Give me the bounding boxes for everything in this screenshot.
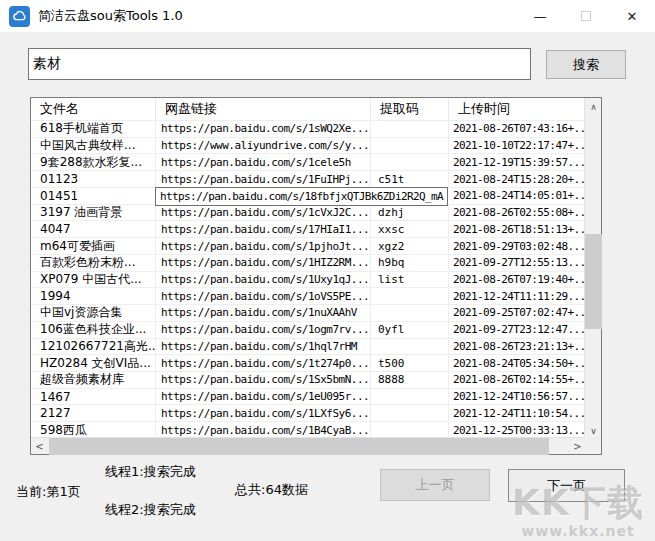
total-count-label: 总共:64数据 (235, 481, 308, 499)
table-row[interactable]: 106蓝色科技企业... https://pan.baidu.com/s/1og… (31, 322, 584, 339)
table-row[interactable]: 618手机端首页 https://pan.baidu.com/s/1sWQ2Xe… (31, 121, 584, 138)
vertical-scrollbar[interactable]: ∧ ∨ (584, 98, 601, 439)
watermark-url: www.kkx.net (503, 523, 653, 539)
horizontal-scroll-thumb[interactable] (49, 438, 549, 455)
cell-filename: 中国风古典纹样... (31, 138, 156, 154)
scroll-up-icon[interactable]: ∧ (585, 98, 602, 115)
table-header: 文件名 网盘链接 提取码 上传时间 (31, 98, 601, 121)
cell-filename: 9套288款水彩复... (31, 154, 156, 170)
cell-filename: 618手机端首页 (31, 121, 156, 137)
cell-filename: 1994 (31, 288, 156, 304)
thread2-status-label: 线程2:搜索完成 (105, 501, 196, 519)
app-window: 简洁云盘sou索Tools 1.0 — ✕ 搜索 文件名 网盘链接 提取码 上传… (0, 0, 655, 541)
cell-code (371, 422, 449, 438)
cell-link: https://pan.baidu.com/s/1eU095r... (156, 389, 371, 405)
table-row[interactable]: 4047 https://pan.baidu.com/s/17HIaI1... … (31, 221, 584, 238)
cell-link: https://pan.baidu.com/s/1cele5h (156, 154, 371, 170)
window-controls: — ✕ (517, 0, 655, 32)
table-row[interactable]: 1994 https://pan.baidu.com/s/1oVS5PE... … (31, 288, 584, 305)
table-row[interactable]: 百款彩色粉末粉... https://pan.baidu.com/s/1HIZ2… (31, 255, 584, 272)
table-row[interactable]: 中国vj资源合集 https://pan.baidu.com/s/1nuXAAh… (31, 305, 584, 322)
app-cloud-icon (9, 6, 30, 27)
cell-code (371, 138, 449, 154)
search-input[interactable] (28, 48, 531, 80)
cell-time: 2021-08-24T15:28:20+... (449, 171, 584, 187)
cell-code (371, 288, 449, 304)
cell-code (371, 121, 449, 137)
cell-time: 2021-08-26T07:19:40+... (449, 272, 584, 288)
table-row[interactable]: 12102667721高光... https://pan.baidu.com/s… (31, 339, 584, 356)
cell-time: 2021-08-26T02:55:08+... (449, 205, 584, 221)
column-header-link[interactable]: 网盘链接 (156, 98, 371, 120)
search-button[interactable]: 搜索 (546, 50, 626, 79)
close-button[interactable]: ✕ (609, 0, 655, 32)
column-header-code[interactable]: 提取码 (371, 98, 449, 120)
cell-link: https://pan.baidu.com/s/1B4CyaB... (156, 422, 371, 438)
cell-link: https://pan.baidu.com/s/1Sx5bmN... (156, 372, 371, 388)
scroll-left-icon[interactable]: < (31, 438, 48, 455)
maximize-icon (581, 11, 591, 21)
table-row[interactable]: 01123 https://pan.baidu.com/s/1FuIHPj...… (31, 171, 584, 188)
cell-code: 0yfl (371, 322, 449, 338)
cell-link: https://pan.baidu.com/s/1LXfSy6... (156, 405, 371, 421)
cell-link: https://pan.baidu.com/s/1oVS5PE... (156, 288, 371, 304)
cell-filename: HZ0284 文创VI品... (31, 355, 156, 371)
table-row[interactable]: 3197 油画背景 https://pan.baidu.com/s/1cVxJ2… (31, 205, 584, 222)
cell-time: 2021-08-26T07:43:16+... (449, 121, 584, 137)
cell-filename: 超级音频素材库 (31, 372, 156, 388)
titlebar: 简洁云盘sou索Tools 1.0 — ✕ (0, 0, 655, 32)
table-row[interactable]: 中国风古典纹样... https://www.aliyundrive.com/s… (31, 138, 584, 155)
column-header-time[interactable]: 上传时间 (449, 98, 601, 120)
focused-link-cell[interactable]: https://pan.baidu.com/s/18fbfjxQTJBk6ZDi… (155, 187, 448, 206)
cell-link: https://pan.baidu.com/s/1FuIHPj... (156, 171, 371, 187)
vertical-scroll-thumb[interactable] (585, 234, 602, 329)
cell-time: 2021-12-24T11:11:29.... (449, 288, 584, 304)
column-header-filename[interactable]: 文件名 (31, 98, 156, 120)
cell-code: dzhj (371, 205, 449, 221)
cell-time: 2021-08-26T02:14:55+... (449, 372, 584, 388)
cell-time: 2021-10-10T22:17:47+... (449, 138, 584, 154)
cell-link: https://pan.baidu.com/s/1cVxJ2C... (156, 205, 371, 221)
cell-time: 2021-09-25T07:02:47+... (449, 305, 584, 321)
minimize-button[interactable]: — (517, 0, 563, 32)
cell-time: 2021-08-26T23:21:13+... (449, 339, 584, 355)
cell-code (371, 389, 449, 405)
table-body: 618手机端首页 https://pan.baidu.com/s/1sWQ2Xe… (31, 121, 584, 439)
cell-time: 2021-08-24T14:05:01+... (449, 188, 584, 204)
cell-time: 2021-09-27T23:12:47.... (449, 322, 584, 338)
cell-code: xgz2 (371, 238, 449, 254)
cell-time: 2021-12-24T10:56:57.... (449, 389, 584, 405)
thread1-status-label: 线程1:搜索完成 (105, 463, 196, 481)
table-row[interactable]: XP079 中国古代... https://pan.baidu.com/s/1U… (31, 272, 584, 289)
table-row[interactable]: 01451 https://pan.baidu.com/s/18fbfjxQTJ… (31, 188, 584, 205)
cell-filename: m64可爱插画 (31, 238, 156, 254)
cell-code: h9bq (371, 255, 449, 271)
cell-code: c51t (371, 171, 449, 187)
horizontal-scrollbar[interactable]: < > (31, 437, 586, 454)
maximize-button[interactable] (563, 0, 609, 32)
cell-link: https://pan.baidu.com/s/1nuXAAhV (156, 305, 371, 321)
cell-code (371, 405, 449, 421)
table-row[interactable]: HZ0284 文创VI品... https://pan.baidu.com/s/… (31, 355, 584, 372)
cell-code: list (371, 272, 449, 288)
cell-code: 8888 (371, 372, 449, 388)
cell-link: https://pan.baidu.com/s/1t274p0... (156, 355, 371, 371)
table-row[interactable]: 9套288款水彩复... https://pan.baidu.com/s/1ce… (31, 154, 584, 171)
cell-filename: 106蓝色科技企业... (31, 322, 156, 338)
cell-link: https://pan.baidu.com/s/1ogm7rv... (156, 322, 371, 338)
cell-code (371, 339, 449, 355)
cell-filename: 百款彩色粉末粉... (31, 255, 156, 271)
table-row[interactable]: 1467 https://pan.baidu.com/s/1eU095r... … (31, 389, 584, 406)
next-page-button[interactable]: 下一页 (508, 469, 625, 502)
cell-filename: 2127 (31, 405, 156, 421)
table-row[interactable]: 超级音频素材库 https://pan.baidu.com/s/1Sx5bmN.… (31, 372, 584, 389)
table-row[interactable]: m64可爱插画 https://pan.baidu.com/s/1pjhoJt.… (31, 238, 584, 255)
current-page-label: 当前:第1页 (16, 483, 81, 501)
cell-link: https://pan.baidu.com/s/1hql7rHM (156, 339, 371, 355)
cell-code: xxsc (371, 221, 449, 237)
prev-page-button[interactable]: 上一页 (380, 469, 490, 501)
cell-link: https://www.aliyundrive.com/s/y... (156, 138, 371, 154)
table-row[interactable]: 2127 https://pan.baidu.com/s/1LXfSy6... … (31, 405, 584, 422)
cell-time: 2021-09-27T12:55:13.... (449, 255, 584, 271)
cell-code: t500 (371, 355, 449, 371)
